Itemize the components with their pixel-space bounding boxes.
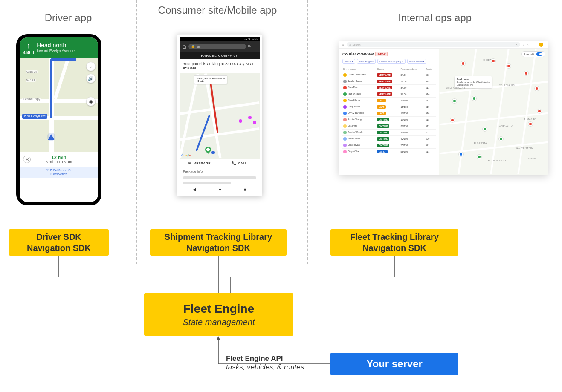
- map-pin[interactable]: [491, 59, 495, 63]
- map-area-label: CABALLITO: [499, 124, 513, 127]
- heading-consumer-app: Consumer site/Mobile app: [154, 4, 281, 16]
- popup-line3: Closed until 8 PM: [457, 84, 473, 86]
- consumer-map[interactable]: Traffic jam on Harrison St +6 min Google: [180, 73, 260, 159]
- message-icon: ✉: [188, 161, 191, 165]
- driver-phone-frame: ↑ 450 ft Head north toward Evelyn Avenue…: [16, 34, 101, 205]
- map-area-label: FLORESTA: [474, 142, 487, 144]
- table-row[interactable]: Luke BryanON TIME55/150521: [342, 142, 436, 149]
- map-pin[interactable]: [461, 61, 465, 66]
- call-button[interactable]: 📞CALL: [220, 159, 260, 168]
- map-pin[interactable]: [528, 122, 533, 126]
- message-button[interactable]: ✉MESSAGE: [180, 159, 220, 168]
- menu-icon[interactable]: ≡: [342, 43, 344, 46]
- heading-internal-ops: Internal ops app: [324, 12, 546, 24]
- nav-recent-icon[interactable]: ■: [244, 187, 246, 192]
- next-stop-sub: 3 deliveries: [21, 172, 96, 176]
- map-pin[interactable]: [450, 118, 455, 122]
- package-info-header: Package info:: [180, 168, 260, 175]
- map-area-label: SAN CRISTOBAL: [516, 147, 535, 150]
- table-row[interactable]: Annie ChangON TIME19/150518: [342, 117, 436, 123]
- nav-back-icon[interactable]: ◀: [193, 187, 196, 192]
- table-row[interactable]: Lila ParkON TIME37/150512: [342, 123, 436, 130]
- apps-icon[interactable]: ⋮⋮: [531, 43, 536, 46]
- map-pin[interactable]: [472, 96, 476, 101]
- stop-dot-1: [239, 119, 242, 123]
- map-pin[interactable]: [459, 152, 463, 156]
- filter-chip[interactable]: Status ▾: [342, 59, 355, 64]
- compass-icon[interactable]: ◉: [86, 97, 96, 106]
- map-pin[interactable]: [499, 137, 503, 141]
- column-divider-2: [307, 0, 308, 264]
- call-label: CALL: [238, 161, 247, 165]
- clear-icon[interactable]: ✕: [516, 43, 518, 46]
- table-row[interactable]: Skip AllumaLATE13/150517: [342, 98, 436, 104]
- next-stop-card[interactable]: 112 California St 3 deliveries: [20, 167, 98, 178]
- nav-home-icon[interactable]: ●: [219, 187, 221, 192]
- table-header-cell[interactable]: Driver name: [342, 66, 376, 72]
- search-icon: ⌕: [349, 43, 351, 46]
- live-traffic-label: Live traffic: [524, 53, 535, 55]
- close-icon[interactable]: ✕: [23, 156, 31, 163]
- table-row[interactable]: Divya OharEARLY56/150511: [342, 149, 436, 155]
- arrow-up-icon: ↑: [27, 42, 31, 49]
- heading-driver-app: Driver app: [0, 12, 136, 24]
- avatar[interactable]: [539, 43, 543, 47]
- map-pin[interactable]: [537, 109, 542, 113]
- map-area-label: VILLA ORTUZAR: [446, 86, 465, 89]
- eta-bar: ✕ 12 min 5 mi · 11:16 am: [20, 152, 98, 167]
- google-logo: Google: [181, 154, 191, 157]
- map-pin[interactable]: [524, 71, 528, 75]
- table-header-cell[interactable]: Route: [425, 66, 436, 72]
- eta-bold: 9:30am: [183, 66, 196, 70]
- filter-chip[interactable]: Contractor Company ▾: [377, 59, 405, 64]
- sound-icon[interactable]: 🔊: [86, 74, 96, 83]
- table-row[interactable]: Greg HatchLATE15/150519: [342, 104, 436, 110]
- table-row[interactable]: Jamila WoodsON TIME40/150522: [342, 130, 436, 136]
- nav-cursor-icon: [48, 134, 55, 140]
- table-row[interactable]: Sam DasVERY LATE8/150513: [342, 85, 436, 91]
- nav-direction-banner: ↑ 450 ft Head north toward Evelyn Avenue: [20, 37, 98, 58]
- map-pin[interactable]: [535, 86, 539, 91]
- live-traffic-toggle[interactable]: Live traffic: [521, 51, 545, 57]
- url-input[interactable]: 🔒 url: [188, 44, 246, 49]
- eta-detail: 5 mi · 11:16 am: [34, 160, 84, 164]
- search-icon[interactable]: ⌕: [86, 62, 96, 71]
- driver-map[interactable]: ↱ W Evelyn Ave Central Expy Glen Ct W 17…: [20, 58, 98, 152]
- map-area-label: ALMAGRO: [524, 118, 536, 121]
- map-pin[interactable]: [452, 99, 457, 103]
- menu-icon[interactable]: ⋮: [253, 44, 257, 49]
- map-pin[interactable]: [477, 155, 481, 159]
- table-row[interactable]: José BalvinON TIME42/150520: [342, 136, 436, 142]
- nav-direction-sub: toward Evelyn Avenue: [37, 49, 95, 53]
- parcel-company-header: PARCEL COMPANY: [180, 52, 260, 59]
- map-pin[interactable]: [483, 127, 487, 131]
- table-header-cell[interactable]: Status ▾: [376, 66, 400, 72]
- table-header-cell[interactable]: Packages done: [400, 66, 425, 72]
- sdk-driver-line2: Navigation SDK: [9, 242, 109, 254]
- popup-line2: Road closure on Av. Valentín Alsina: [457, 81, 490, 84]
- dash-map[interactable]: Road closed Road closure on Av. Valentín…: [439, 49, 548, 175]
- filter-chip[interactable]: Vehicle type ▾: [357, 59, 376, 64]
- api-label-bold: Fleet Engine API: [226, 355, 283, 363]
- filter-row: Status ▾Vehicle type ▾Contractor Company…: [342, 59, 436, 64]
- nav-direction-main: Head north: [37, 42, 66, 49]
- server-label: Your server: [366, 358, 423, 370]
- tab-icon[interactable]: ⧉: [248, 44, 251, 49]
- table-row[interactable]: Dhruv BanerjeeLATE17/150516: [342, 110, 436, 117]
- street-label-central: Central Expy: [22, 98, 41, 101]
- dash-title: Courier overview LIVE 342: [342, 52, 436, 56]
- action-buttons: ✉MESSAGE 📞CALL: [180, 159, 260, 168]
- bell-icon[interactable]: △: [527, 43, 529, 46]
- table-row[interactable]: Igor ZhogoloVERY LATE9/150514: [342, 91, 436, 98]
- table-row[interactable]: Claire DuckworthVERY LATE5/150523: [342, 72, 436, 78]
- eta-message: Your parcel is arriving at 22174 Clay St…: [180, 59, 260, 73]
- map-area-label: BUENOS AIRES: [488, 159, 507, 162]
- help-icon[interactable]: ?: [523, 43, 524, 46]
- table-row[interactable]: Jordan BakerVERY LATE7/150519: [342, 78, 436, 85]
- android-nav-buttons: ◀ ● ■: [180, 185, 260, 193]
- filter-chip[interactable]: Hours driven ▾: [407, 59, 427, 64]
- search-input[interactable]: ⌕ Search ✕: [347, 42, 520, 47]
- map-pin[interactable]: [507, 64, 511, 68]
- street-label-w171: W 171: [26, 79, 36, 82]
- sdk-box-consumer: Shipment Tracking Library Navigation SDK: [150, 229, 287, 256]
